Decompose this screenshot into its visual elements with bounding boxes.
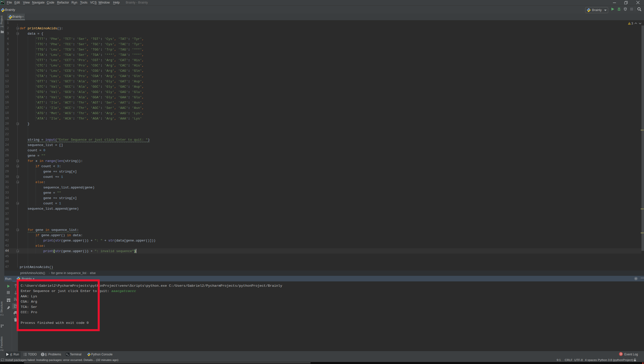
svg-text:3: 3 (631, 22, 633, 25)
